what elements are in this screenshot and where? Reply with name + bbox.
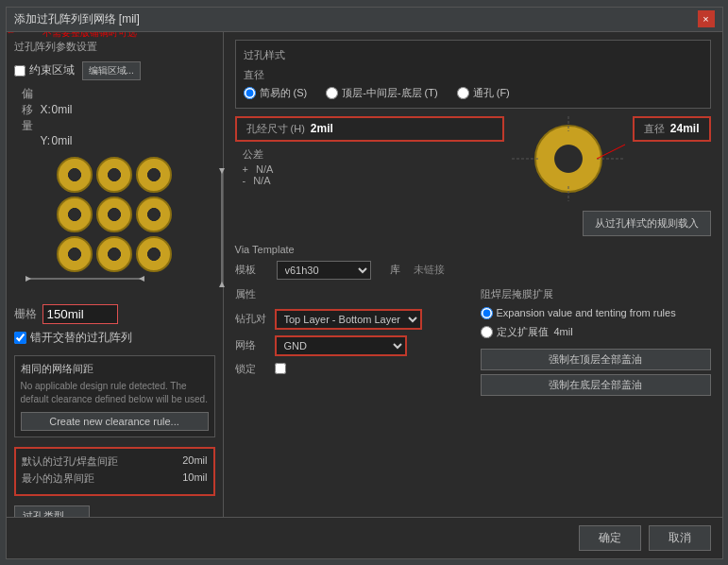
stagger-label: 错开交替的过孔阵列 (30, 330, 132, 346)
style-through-option[interactable]: 通孔 (F) (457, 86, 510, 100)
net-row: 网络 GND (235, 335, 466, 356)
tol-minus-value: N/A (253, 175, 270, 186)
grid-arrow-h (24, 272, 146, 285)
left-panel: 不需要整版铺铜时可选 ← 过孔阵列参数设置 约束区域 编辑区域... 偏移量 X… (7, 32, 224, 517)
dialog-title: 添加过孔阵列到网络 [mil] (14, 11, 140, 27)
diameter-value: 24mil (670, 122, 700, 135)
solder-from-rules-label: Expansion value and tenting from rules (497, 307, 676, 318)
constraint-region-checkbox[interactable] (14, 65, 25, 77)
via-array-params-section: 不需要整版铺铜时可选 ← 过孔阵列参数设置 (14, 40, 215, 56)
via-template-label: Via Template (235, 244, 711, 255)
via-cell-1 (96, 157, 132, 193)
solder-custom-label: 定义扩展值 (497, 325, 549, 339)
lib-value: 未链接 (414, 263, 445, 277)
offset-y-value: 0mil (52, 134, 73, 147)
via-cell-5 (136, 197, 172, 232)
solder-bot-button[interactable]: 强制在底层全部盖油 (481, 374, 711, 396)
via-style-section: 过孔样式 直径 简易的 (S) 顶层-中间层-底层 (T) 通孔 (F) (235, 40, 711, 109)
solder-custom-option[interactable]: 定义扩展值 (481, 325, 549, 339)
lib-label: 库 (390, 263, 400, 277)
solder-top-button[interactable]: 强制在顶层全部盖油 (481, 349, 711, 370)
net-select[interactable]: GND (275, 335, 407, 356)
load-rule-button[interactable]: 从过孔样式的规则载入 (583, 211, 711, 236)
main-dialog: 添加过孔阵列到网络 [mil] × 不需要整版铺铜时可选 ← 过孔阵列参数设置 … (6, 7, 723, 559)
offset-x-row: 偏移量 X: 0mil (22, 86, 215, 134)
cancel-button[interactable]: 取消 (649, 525, 711, 551)
attr-left: 属性 钻孔对 Top Layer - Bottom Layer 网络 GND (235, 287, 466, 396)
tol-minus-row: - N/A (243, 175, 504, 186)
stagger-checkbox[interactable] (14, 332, 26, 344)
constraint-region-label: 约束区域 (29, 62, 75, 78)
hole-size-label: 孔经尺寸 (H) (246, 122, 305, 136)
offset-label: 偏移量 (22, 86, 37, 134)
style-simple-radio[interactable] (244, 87, 256, 99)
min-edge-label: 最小的边界间距 (22, 471, 94, 486)
tol-plus-label: + (243, 163, 248, 175)
via-donut-preview (512, 116, 625, 201)
tol-minus-label: - (243, 175, 246, 186)
via-preview-svg (512, 116, 625, 201)
style-simple-label: 简易的 (S) (260, 86, 308, 100)
solder-custom-row: 定义扩展值 4mil (481, 325, 711, 339)
via-type-button[interactable]: 过孔类型...... (14, 505, 90, 517)
via-cell-8 (136, 236, 172, 272)
solder-buttons: 强制在顶层全部盖油 强制在底层全部盖油 (481, 349, 711, 396)
offset-y-row: Y: 0mil (22, 134, 215, 147)
diameter-label2: 直径 (644, 122, 665, 136)
clearance-desc: No applicable design rule detected. The … (21, 380, 209, 406)
solder-from-rules-option[interactable]: Expansion value and tenting from rules (481, 307, 711, 319)
default-values-section: 默认的过孔/焊盘间距 20mil 最小的边界间距 10mil (14, 447, 215, 496)
drill-label: 钻孔对 (235, 312, 269, 326)
offset-x-label: X: (41, 103, 48, 116)
mid-row: 孔经尺寸 (H) 2mil 公差 + N/A - N/A (235, 116, 711, 201)
locked-row: 锁定 (235, 362, 466, 376)
edit-region-button[interactable]: 编辑区域... (82, 61, 141, 80)
close-button[interactable]: × (698, 10, 715, 27)
annotation-text: 不需要整版铺铜时可选 (42, 32, 137, 40)
template-label: 模板 (235, 263, 269, 277)
tolerance-section: 公差 + N/A - N/A (243, 147, 504, 186)
offset-section: 偏移量 X: 0mil Y: 0mil (18, 86, 215, 147)
style-top-mid-bot-label: 顶层-中间层-底层 (T) (342, 86, 437, 100)
svg-marker-5 (219, 282, 225, 287)
grid-input[interactable] (42, 304, 118, 324)
via-cell-4 (96, 197, 132, 232)
style-top-mid-bot-radio[interactable] (326, 87, 338, 99)
locked-checkbox[interactable] (275, 363, 286, 374)
dialog-body: 不需要整版铺铜时可选 ← 过孔阵列参数设置 约束区域 编辑区域... 偏移量 X… (7, 32, 722, 517)
solder-custom-radio[interactable] (481, 326, 493, 338)
via-grid (57, 157, 172, 272)
via-style-options: 简易的 (S) 顶层-中间层-底层 (T) 通孔 (F) (244, 86, 703, 100)
default-via-pad-label: 默认的过孔/焊盘间距 (22, 454, 118, 469)
via-cell-7 (96, 236, 132, 272)
diameter-box: 直径 24mil (633, 116, 711, 142)
style-simple-option[interactable]: 简易的 (S) (244, 86, 308, 100)
template-select[interactable]: v61h30 (277, 261, 371, 280)
via-style-title: 过孔样式 (244, 48, 703, 62)
diameter-label: 直径 (244, 68, 703, 82)
solder-mask-section: 阻焊层掩膜扩展 Expansion value and tenting from… (481, 287, 711, 396)
solder-from-rules-radio[interactable] (481, 307, 493, 319)
dialog-footer: 确定 取消 (7, 517, 722, 558)
default-via-pad-row: 默认的过孔/焊盘间距 20mil (22, 454, 208, 469)
locked-label: 锁定 (235, 362, 269, 376)
ok-button[interactable]: 确定 (579, 525, 641, 551)
style-top-mid-bot-option[interactable]: 顶层-中间层-底层 (T) (326, 86, 437, 100)
tolerance-title: 公差 (243, 147, 504, 162)
via-cell-0 (57, 157, 93, 193)
tol-plus-value: N/A (256, 163, 273, 175)
min-edge-value: 10mil (182, 471, 207, 486)
svg-marker-4 (219, 168, 225, 174)
stagger-row: 错开交替的过孔阵列 (14, 330, 215, 346)
default-via-pad-value: 20mil (182, 454, 207, 469)
svg-marker-2 (139, 276, 144, 282)
offset-y-label: Y: (41, 134, 48, 147)
solder-title: 阻焊层掩膜扩展 (481, 287, 711, 301)
via-cell-3 (57, 197, 93, 232)
clearance-section: 相同的网络间距 No applicable design rule detect… (14, 355, 215, 437)
create-rule-button[interactable]: Create new clearance rule... (21, 412, 209, 431)
svg-line-10 (597, 145, 625, 159)
style-through-radio[interactable] (457, 87, 469, 99)
drill-select[interactable]: Top Layer - Bottom Layer (275, 309, 422, 330)
net-label: 网络 (235, 338, 269, 352)
